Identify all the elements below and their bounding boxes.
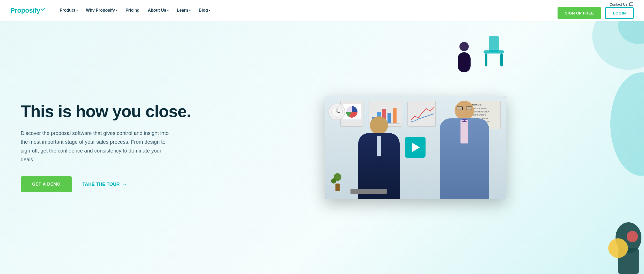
- svg-point-19: [336, 111, 338, 112]
- nav-item-product[interactable]: Product ▾: [56, 6, 81, 15]
- person-figure-icon: [455, 41, 473, 72]
- hero-video-area: TO DO LIST ☑ CHECK NUMBERS ☑ RESPOND TO …: [207, 96, 623, 199]
- svg-point-20: [608, 238, 628, 258]
- chevron-down-icon: ▾: [167, 9, 169, 12]
- hero-content: This is how you close. Discover the prop…: [21, 102, 197, 192]
- nav-item-why-proposify[interactable]: Why Proposify ▾: [82, 6, 121, 15]
- person-right: [438, 101, 490, 199]
- chevron-down-icon: ▾: [189, 9, 191, 12]
- svg-point-2: [459, 42, 469, 51]
- plant-icon: [330, 173, 345, 191]
- nav-item-pricing[interactable]: Pricing: [122, 6, 143, 15]
- line-chart-icon: [409, 103, 435, 124]
- coral-shape-icon: [626, 230, 639, 243]
- svg-rect-5: [484, 50, 504, 54]
- logo-checkmark-icon: [41, 7, 46, 11]
- header-buttons: SIGN UP FREE LOGIN: [558, 7, 634, 19]
- logo[interactable]: Proposify: [10, 6, 46, 14]
- teal-chair-icon: [484, 36, 504, 67]
- svg-rect-4: [489, 36, 499, 52]
- nav-item-blog[interactable]: Blog ▾: [195, 6, 214, 15]
- take-tour-link[interactable]: TAKE THE TOUR →: [82, 181, 127, 187]
- main-nav: Product ▾ Why Proposify ▾ Pricing About …: [56, 6, 558, 15]
- svg-rect-7: [500, 54, 503, 66]
- hero-actions: GET A DEMO TAKE THE TOUR →: [21, 176, 197, 192]
- chevron-down-icon: ▾: [209, 9, 210, 12]
- contact-us-link[interactable]: Contact Us: [610, 2, 634, 7]
- logo-text: Proposify: [10, 6, 40, 14]
- nav-item-about-us[interactable]: About Us ▾: [144, 6, 172, 15]
- arrow-right-icon: →: [122, 181, 127, 187]
- clock-icon: [328, 103, 345, 120]
- login-button[interactable]: LOGIN: [605, 7, 634, 19]
- video-play-button[interactable]: [405, 137, 426, 158]
- hero-title: This is how you close.: [21, 102, 197, 120]
- play-triangle-icon: [412, 143, 420, 152]
- chevron-down-icon: ▾: [116, 9, 117, 12]
- svg-rect-6: [485, 54, 487, 66]
- video-container[interactable]: TO DO LIST ☑ CHECK NUMBERS ☑ RESPOND TO …: [325, 96, 506, 199]
- nav-item-learn[interactable]: Learn ▾: [173, 6, 194, 15]
- header: Proposify Product ▾ Why Proposify ▾ Pric…: [0, 0, 644, 21]
- svg-point-21: [627, 231, 638, 242]
- person-left: [356, 116, 402, 199]
- svg-rect-3: [458, 52, 471, 72]
- get-demo-button[interactable]: GET A DEMO: [21, 176, 72, 192]
- chat-icon: [629, 2, 634, 7]
- yellow-blob-icon: [608, 238, 628, 258]
- hero-section: This is how you close. Discover the prop…: [0, 21, 644, 274]
- hero-subtitle: Discover the proposal software that give…: [21, 129, 176, 164]
- signup-button[interactable]: SIGN UP FREE: [558, 7, 601, 19]
- chevron-down-icon: ▾: [76, 9, 78, 12]
